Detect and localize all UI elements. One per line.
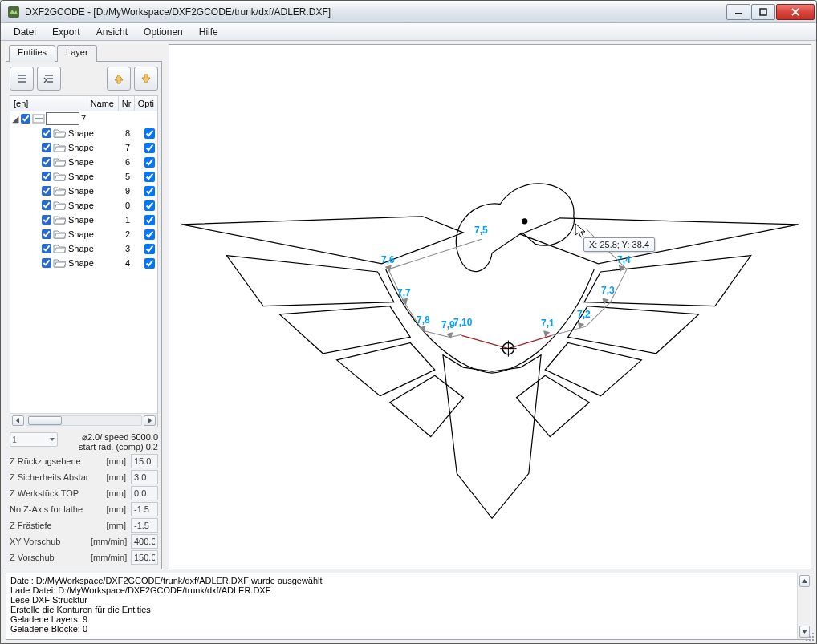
param-input[interactable]	[131, 534, 158, 549]
param-label: XY Vorschub	[10, 537, 89, 546]
folder-open-icon	[53, 128, 66, 139]
tree-item-checkbox[interactable]	[42, 200, 51, 210]
menu-export[interactable]: Export	[44, 23, 88, 40]
tree-item-nr: 4	[125, 258, 141, 268]
tree-item-opti-checkbox[interactable]	[144, 157, 155, 168]
tree-header-name[interactable]: Name	[87, 96, 119, 111]
tree-row[interactable]: Shape8	[10, 126, 157, 140]
close-button[interactable]	[776, 4, 815, 20]
svg-rect-19	[812, 636, 814, 638]
tree-item-checkbox[interactable]	[42, 157, 51, 167]
param-input[interactable]	[131, 518, 158, 533]
tree-item-checkbox[interactable]	[42, 229, 51, 239]
log-text: Datei: D:/MyWorkspace/DXF2GCODE/trunk/dx…	[6, 573, 797, 639]
menu-file[interactable]: Datei	[6, 23, 44, 40]
titlebar: DXF2GCODE - [D:/MyWorkspace/DXF2GCODE/tr…	[1, 1, 816, 23]
tree-item-nr: 2	[125, 229, 141, 239]
tree-item-nr: 7	[125, 143, 141, 152]
param-input[interactable]	[131, 486, 158, 500]
tree-item-checkbox[interactable]	[42, 244, 51, 253]
toolbar-indent-icon[interactable]	[37, 67, 61, 91]
tree-row[interactable]: Shape1	[10, 213, 157, 227]
tree-row[interactable]: Shape2	[10, 227, 157, 241]
svg-rect-17	[812, 633, 814, 634]
tree-item-opti-checkbox[interactable]	[144, 244, 155, 254]
tree-root-nr: 7	[81, 114, 97, 124]
tree-item-opti-checkbox[interactable]	[144, 215, 155, 225]
tree-row[interactable]: Shape3	[10, 241, 157, 256]
tree-row[interactable]: Shape5	[10, 169, 157, 184]
toolbar-up-icon[interactable]	[107, 67, 131, 91]
hscroll-left-icon[interactable]	[12, 415, 24, 426]
param-row: Z Vorschub[mm/min]	[10, 549, 158, 565]
tree-item-checkbox[interactable]	[42, 215, 51, 225]
svg-rect-20	[806, 639, 807, 641]
tree-row[interactable]: Shape6	[10, 155, 157, 169]
tree-item-name: Shape	[67, 229, 125, 239]
param-input[interactable]	[131, 454, 158, 468]
tool-combo[interactable]: 1	[10, 432, 58, 447]
toolbar-list-icon[interactable]	[10, 67, 34, 91]
tree-item-checkbox[interactable]	[42, 128, 51, 138]
folder-open-icon	[53, 200, 66, 211]
param-row: Z Frästiefe[mm]	[10, 517, 158, 533]
tree-root-checkbox[interactable]	[21, 114, 30, 124]
svg-rect-10	[35, 118, 43, 119]
tree-item-opti-checkbox[interactable]	[144, 128, 155, 139]
menu-help[interactable]: Hilfe	[191, 23, 226, 40]
tree-item-opti-checkbox[interactable]	[144, 258, 155, 269]
tree-hscrollbar[interactable]	[10, 413, 157, 427]
tree-item-checkbox[interactable]	[42, 172, 51, 181]
tool-info-line1: ⌀2.0/ speed 6000.0	[61, 432, 158, 442]
param-label: Z Sicherheits Abstand	[10, 472, 89, 482]
vscroll-up-icon[interactable]	[799, 575, 810, 587]
tree-item-checkbox[interactable]	[42, 143, 51, 152]
param-input[interactable]	[131, 550, 158, 565]
tree-item-checkbox[interactable]	[42, 186, 51, 196]
log-vscrollbar[interactable]	[797, 573, 811, 639]
maximize-button[interactable]	[751, 4, 775, 20]
tree-item-name: Shape	[67, 244, 125, 253]
param-label: Z Frästiefe	[10, 520, 89, 530]
param-input[interactable]	[131, 502, 158, 516]
tree-item-opti-checkbox[interactable]	[144, 143, 155, 153]
minimize-button[interactable]	[726, 4, 750, 20]
param-row: Z Rückzugsebene[mm]	[10, 453, 158, 469]
param-label: Z Rückzugsebene	[10, 456, 89, 466]
tree-item-opti-checkbox[interactable]	[144, 172, 155, 182]
tree-item-opti-checkbox[interactable]	[144, 200, 155, 211]
drawing-canvas[interactable]: 7,57,67,77,87,97,107,17,27,37,4 X: 25.8;…	[169, 44, 811, 569]
tab-layer[interactable]: Layer	[57, 45, 97, 62]
menu-view[interactable]: Ansicht	[88, 23, 136, 40]
tree-header-en[interactable]: [en]	[10, 96, 87, 111]
tree-item-opti-checkbox[interactable]	[144, 229, 155, 240]
tree-root-row[interactable]: ◢7	[10, 111, 157, 126]
tree-root-edit[interactable]	[46, 112, 79, 125]
tree-item-nr: 9	[125, 186, 141, 196]
param-row: No Z-Axis for lathe[mm]	[10, 501, 158, 517]
hscroll-right-icon[interactable]	[144, 415, 156, 426]
tree-item-nr: 0	[125, 200, 141, 210]
side-tabs: Entities Layer	[6, 44, 162, 61]
param-unit: [mm]	[91, 472, 129, 482]
hscroll-thumb[interactable]	[28, 416, 62, 425]
param-unit: [mm]	[91, 488, 129, 498]
tree-header-nr[interactable]: Nr	[119, 96, 135, 111]
tree-row[interactable]: Shape7	[10, 140, 157, 155]
tree-item-opti-checkbox[interactable]	[144, 186, 155, 196]
tab-entities[interactable]: Entities	[9, 45, 55, 62]
param-row: Z Sicherheits Abstand[mm]	[10, 469, 158, 485]
resize-grip-icon[interactable]	[804, 631, 815, 642]
svg-line-13	[508, 335, 551, 348]
tree-row[interactable]: Shape4	[10, 256, 157, 270]
menu-options[interactable]: Optionen	[136, 23, 191, 40]
tree-item-checkbox[interactable]	[42, 258, 51, 268]
tree-row[interactable]: Shape9	[10, 184, 157, 198]
tree-row[interactable]: Shape0	[10, 198, 157, 213]
folder-open-icon	[53, 171, 66, 182]
param-input[interactable]	[131, 470, 158, 484]
toolbar-down-icon[interactable]	[134, 67, 158, 91]
tree-header-opti[interactable]: Opti	[135, 96, 157, 111]
param-unit: [mm/min]	[91, 553, 129, 562]
collapse-icon[interactable]: ◢	[10, 114, 20, 124]
